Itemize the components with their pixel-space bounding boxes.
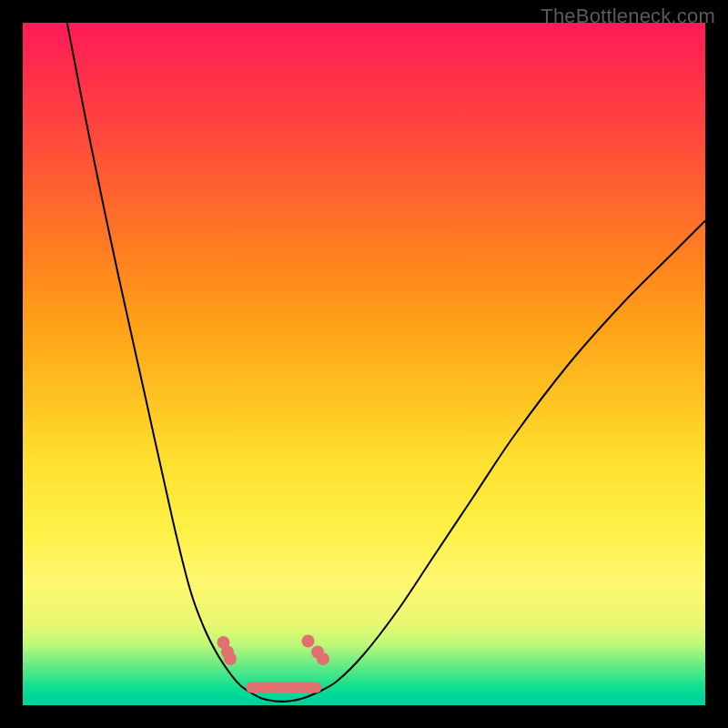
data-marker: [302, 635, 315, 648]
chart-frame: TheBottleneck.com: [0, 0, 728, 728]
data-marker: [224, 652, 237, 665]
watermark-text: TheBottleneck.com: [541, 5, 715, 28]
curve-right-branch: [317, 221, 706, 693]
curve-left-branch: [67, 23, 252, 693]
curve-valley: [251, 693, 316, 702]
data-marker: [317, 652, 329, 665]
data-markers: [217, 635, 330, 666]
bottleneck-curve: [23, 23, 705, 705]
plot-area: [23, 23, 705, 705]
